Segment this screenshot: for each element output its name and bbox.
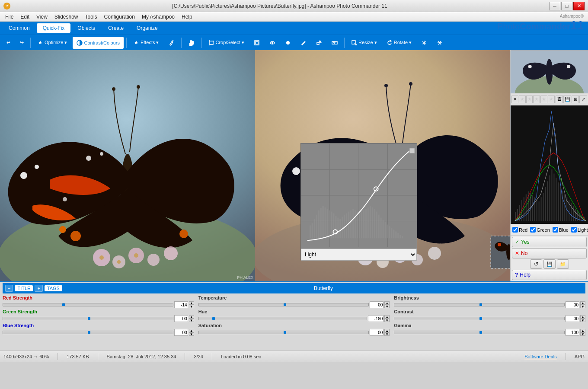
minimize-button[interactable]: ─ (549, 2, 560, 10)
green-strength-track[interactable] (3, 317, 173, 320)
resize-button[interactable]: Resize ▾ (347, 37, 381, 49)
contrast-down-btn[interactable]: ▼ (580, 319, 585, 322)
optimize-button[interactable]: Optimize ▾ (33, 37, 71, 49)
green-down-btn[interactable]: ▼ (189, 319, 194, 322)
tab-common[interactable]: Common (3, 23, 36, 33)
blue-down-btn[interactable]: ▼ (189, 332, 194, 336)
temp-down-btn[interactable]: ▼ (384, 305, 390, 308)
expand-button[interactable]: ⤢ (579, 96, 587, 103)
flip-h-button[interactable] (417, 37, 431, 49)
green-strength-input[interactable]: 00 (174, 315, 188, 322)
star-3-button[interactable]: ★ (533, 96, 540, 103)
image-left-panel[interactable]: PH ALEX (0, 50, 255, 281)
red-checkbox[interactable] (512, 227, 518, 233)
menu-myashampoo[interactable]: My Ashampoo (138, 13, 178, 21)
measure-button[interactable] (328, 37, 342, 49)
temperature-track[interactable] (198, 303, 369, 306)
menu-edit[interactable]: Edit (17, 13, 33, 21)
rotate-button[interactable]: Rotate ▾ (383, 37, 415, 49)
redeye-button[interactable] (265, 37, 279, 49)
blue-up-btn[interactable]: ▲ (189, 329, 194, 332)
hue-up-btn[interactable]: ▲ (384, 315, 390, 319)
gamma-up-btn[interactable]: ▲ (580, 329, 585, 332)
title-button[interactable]: TITLE (15, 285, 33, 291)
star-1-button[interactable]: ★ (519, 96, 526, 103)
flip-v-button[interactable] (433, 37, 447, 49)
frame-view-button[interactable]: 🖼 (556, 96, 563, 103)
green-up-btn[interactable]: ▲ (189, 315, 194, 319)
light-checkbox-label[interactable]: Light (571, 227, 588, 233)
save-icon-button[interactable]: 💾 (563, 96, 571, 103)
no-button[interactable]: ✕ No (512, 248, 587, 258)
contrast-up-btn[interactable]: ▲ (580, 315, 585, 319)
gamma-track[interactable] (394, 331, 565, 334)
tab-create[interactable]: Create (102, 23, 130, 33)
tab-objects[interactable]: Objects (71, 23, 101, 33)
hue-down-btn[interactable]: ▼ (384, 319, 390, 322)
close-button[interactable]: ✕ (573, 2, 585, 10)
crop-button[interactable]: Crop/Select ▾ (205, 37, 249, 49)
green-checkbox-label[interactable]: Green (530, 227, 550, 233)
brightness-track[interactable] (394, 303, 565, 306)
save-button[interactable]: 💾 (543, 259, 556, 269)
undo-button[interactable]: ↩ (3, 37, 14, 49)
saturation-input[interactable]: 00 (370, 329, 383, 336)
gamma-down-btn[interactable]: ▼ (580, 332, 585, 336)
blue-strength-track[interactable] (3, 331, 173, 334)
red-up-btn[interactable]: ▲ (189, 301, 194, 305)
red-strength-track[interactable] (3, 303, 173, 306)
save-as-button[interactable]: 📁 (557, 259, 569, 269)
red-down-btn[interactable]: ▼ (189, 305, 194, 308)
blue-strength-input[interactable]: 00 (174, 329, 188, 336)
frame-button[interactable] (250, 37, 264, 49)
effects-button[interactable]: Effects ▾ (129, 37, 163, 49)
red-checkbox-label[interactable]: Red (512, 227, 527, 233)
tab-quickfix[interactable]: Quick-Fix (37, 23, 71, 33)
star-4-button[interactable]: ★ (540, 96, 547, 103)
menu-view[interactable]: View (33, 13, 51, 21)
blue-checkbox-label[interactable]: Blue (553, 227, 569, 233)
hue-track[interactable] (198, 317, 368, 320)
brightness-down-btn[interactable]: ▼ (580, 305, 585, 308)
redo-button[interactable]: ↪ (16, 37, 28, 49)
star-2-button[interactable]: ★ (526, 96, 533, 103)
tab-organize[interactable]: Organize (131, 23, 164, 33)
shapes-button[interactable] (312, 37, 326, 49)
brightness-up-btn[interactable]: ▲ (580, 301, 585, 305)
brightness-input[interactable]: 00 (566, 301, 579, 308)
menu-configuration[interactable]: Configuration (101, 13, 138, 21)
saturation-track[interactable] (198, 331, 369, 334)
status-software-deals[interactable]: Software Deals (524, 354, 557, 359)
sat-down-btn[interactable]: ▼ (384, 332, 390, 336)
curves-dropdown[interactable]: Light Red Green Blue (301, 249, 417, 261)
gamma-input[interactable]: 100 (566, 329, 579, 336)
menu-file[interactable]: File (2, 13, 17, 21)
temp-up-btn[interactable]: ▲ (384, 301, 390, 305)
menu-help[interactable]: Help (178, 13, 196, 21)
maximize-button[interactable]: □ (561, 2, 572, 10)
menu-slideshow[interactable]: Slideshow (51, 13, 82, 21)
sat-up-btn[interactable]: ▲ (384, 329, 390, 332)
hue-input[interactable]: -180 (368, 315, 383, 322)
contrast-track[interactable] (394, 317, 565, 320)
help-button[interactable]: ? Help (512, 270, 587, 280)
paint-button[interactable] (281, 37, 295, 49)
retouch-button[interactable] (165, 37, 179, 49)
plus-button[interactable]: + (35, 285, 42, 292)
light-checkbox[interactable] (571, 227, 577, 233)
contrast-button[interactable]: Contrast/Colours (73, 37, 124, 49)
yes-button[interactable]: ✓ Yes (512, 237, 587, 247)
red-strength-input[interactable]: -14 (174, 301, 188, 308)
close-curves-button[interactable]: ✕ (511, 96, 518, 103)
hand-button[interactable] (184, 37, 199, 49)
star-5-button[interactable]: ★ (548, 96, 555, 103)
compare-button[interactable]: ⊞ (572, 96, 579, 103)
tags-button[interactable]: TAGS (45, 285, 62, 291)
pen-button[interactable] (297, 37, 310, 49)
green-checkbox[interactable] (530, 227, 536, 233)
temperature-input[interactable]: 00 (370, 301, 383, 308)
reset-button[interactable]: ↺ (530, 259, 542, 269)
contrast-input[interactable]: 00 (566, 315, 579, 322)
blue-checkbox[interactable] (553, 227, 558, 233)
minus-button[interactable]: − (5, 285, 13, 292)
